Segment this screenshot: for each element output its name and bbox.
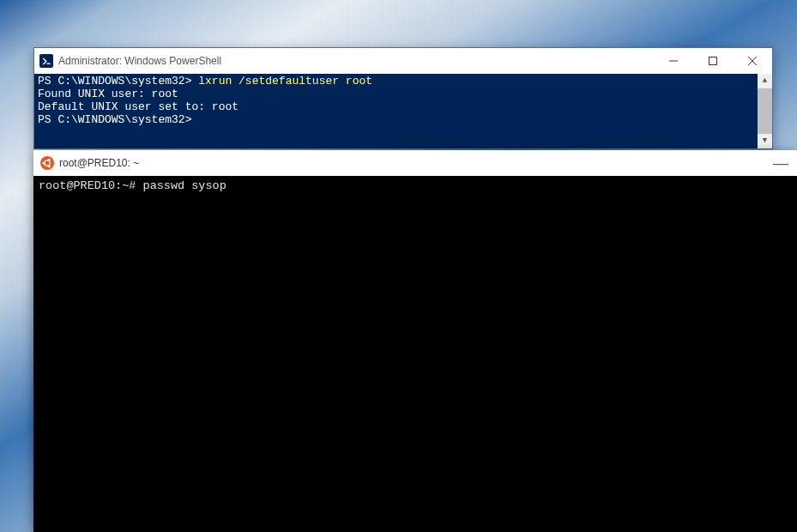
ubuntu-titlebar[interactable]: root@PRED10: ~ — [33,150,797,176]
ubuntu-terminal-window: root@PRED10: ~ — root@PRED10:~# passwd s… [33,150,797,532]
ps-command-1: lxrun /setdefaultuser root [198,75,372,88]
ps-prompt-2: PS C:\WINDOWS\system32> [38,113,191,126]
ps-output-line-2: Found UNIX user: root [38,88,178,100]
close-button[interactable] [733,48,772,74]
desktop-background: Administrator: Windows PowerShell PS C:\… [0,0,797,532]
powershell-title-text: Administrator: Windows PowerShell [58,55,221,67]
scroll-up-icon[interactable]: ▲ [758,74,772,88]
ps-output-line-3: Default UNIX user set to: root [38,100,238,113]
powershell-icon [39,54,53,68]
ubuntu-title-text: root@PRED10: ~ [59,157,139,169]
ubuntu-icon [40,156,54,170]
ubuntu-body[interactable]: root@PRED10:~# passwd sysop [33,176,797,532]
svg-rect-1 [709,57,717,65]
ps-prompt-1: PS C:\WINDOWS\system32> [38,75,198,88]
ubuntu-command: passwd sysop [143,179,226,192]
ubuntu-prompt: root@PRED10:~# [39,179,143,192]
ubuntu-minimize-button[interactable]: — [758,154,797,172]
scroll-thumb[interactable] [758,88,772,134]
minimize-button[interactable] [654,48,693,74]
powershell-body[interactable]: PS C:\WINDOWS\system32> lxrun /setdefaul… [34,74,772,148]
powershell-scrollbar[interactable]: ▲ ▼ [758,74,772,148]
powershell-titlebar[interactable]: Administrator: Windows PowerShell [34,48,772,74]
scroll-down-icon[interactable]: ▼ [758,134,772,148]
maximize-button[interactable] [693,48,733,74]
powershell-window: Administrator: Windows PowerShell PS C:\… [33,47,773,149]
